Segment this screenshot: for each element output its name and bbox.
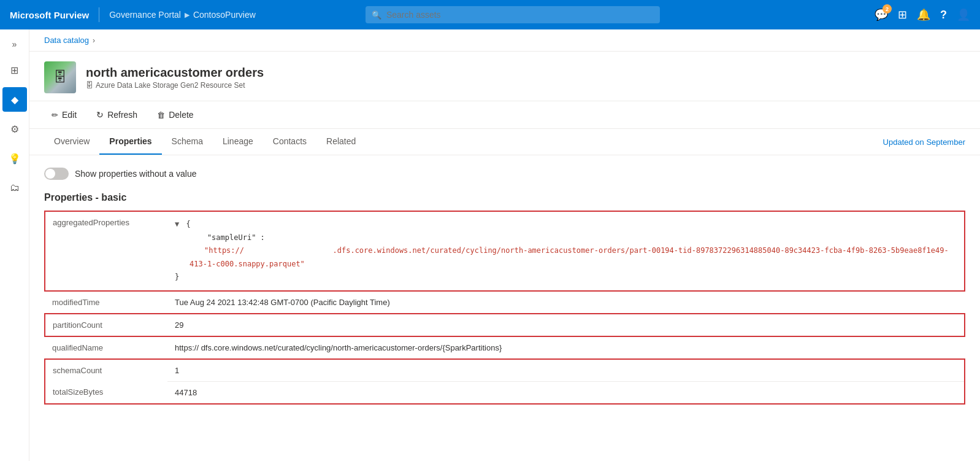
nav-breadcrumb: Governance Portal ▶ ContosoPurview <box>109 10 256 20</box>
tab-lineage[interactable]: Lineage <box>213 129 263 155</box>
toggle-switch[interactable] <box>44 168 69 180</box>
sidebar-toggle[interactable]: » <box>5 34 25 54</box>
refresh-label: Refresh <box>107 110 137 120</box>
tab-updated-text: Updated on September <box>883 130 965 154</box>
prop-value-aggregated: ▼ { "sampleUri" : "https:// .dfs.core.wi… <box>167 211 965 291</box>
user-button[interactable]: 👤 <box>957 8 970 21</box>
asset-title: north americacustomer orders <box>86 66 264 80</box>
delete-icon: 🗑 <box>157 110 165 120</box>
help-button[interactable]: ? <box>940 9 947 21</box>
asset-type-icon: 🗄 <box>86 81 93 90</box>
sidebar-item-management[interactable]: 🗂 <box>2 176 27 200</box>
prop-value-modified: Tue Aug 24 2021 13:42:48 GMT-0700 (Pacif… <box>167 291 965 314</box>
edit-button[interactable]: ✏ Edit <box>44 106 84 123</box>
table-row: schemaCount 1 <box>45 359 965 382</box>
sidebar-item-home[interactable]: ⊞ <box>2 58 27 82</box>
delete-label: Delete <box>169 110 193 120</box>
prop-name-partition: partitionCount <box>45 314 167 336</box>
sidebar-item-settings[interactable]: ⚙ <box>2 117 27 141</box>
toggle-label: Show properties without a value <box>75 169 196 179</box>
search-input[interactable] <box>366 6 660 23</box>
json-key: "sampleUri" : <box>189 233 265 242</box>
table-row: aggregatedProperties ▼ { "sampleUri" : "… <box>45 211 965 291</box>
comment-button[interactable]: 💬 2 <box>875 8 888 21</box>
refresh-button[interactable]: ↻ Refresh <box>89 106 145 123</box>
table-row: qualifiedName https:// dfs.core.windows.… <box>45 336 965 359</box>
nav-divider <box>99 7 99 22</box>
tab-contacts[interactable]: Contacts <box>263 129 316 155</box>
json-close-brace: } <box>175 273 179 281</box>
grid-button[interactable]: ⊞ <box>898 8 907 21</box>
table-row: totalSizeBytes 44718 <box>45 381 965 404</box>
prop-value-qualified: https:// dfs.core.windows.net/curated/cy… <box>167 336 965 359</box>
top-nav-actions: 💬 2 ⊞ 🔔 ? 👤 <box>875 8 970 21</box>
prop-name-modified: modifiedTime <box>45 291 167 314</box>
tab-properties[interactable]: Properties <box>99 129 161 155</box>
sidebar: » ⊞ ◆ ⚙ 💡 🗂 <box>0 29 29 461</box>
json-url[interactable]: "https:// .dfs.core.windows.net/curated/… <box>189 246 949 268</box>
top-navigation: Microsoft Purview Governance Portal ▶ Co… <box>0 0 980 29</box>
tab-schema[interactable]: Schema <box>162 129 213 155</box>
prop-value-partition: 29 <box>167 314 965 336</box>
content-area: Show properties without a value Properti… <box>29 155 980 417</box>
properties-table: aggregatedProperties ▼ { "sampleUri" : "… <box>44 211 965 405</box>
json-block: ▼ { "sampleUri" : "https:// .dfs.core.wi… <box>175 218 957 284</box>
json-open-brace: { <box>186 220 190 228</box>
portal-name: ContosoPurview <box>193 10 256 20</box>
edit-label: Edit <box>62 110 77 120</box>
prop-name-schema: schemaCount <box>45 359 167 382</box>
sidebar-item-catalog[interactable]: ◆ <box>2 87 27 112</box>
section-title: Properties - basic <box>44 192 965 203</box>
table-row: modifiedTime Tue Aug 24 2021 13:42:48 GM… <box>45 291 965 314</box>
layout: » ⊞ ◆ ⚙ 💡 🗂 Data catalog › 🗄 north ameri… <box>0 29 980 461</box>
toggle-row: Show properties without a value <box>44 168 965 180</box>
breadcrumb-separator: › <box>93 36 95 45</box>
main-content: Data catalog › 🗄 north americacustomer o… <box>29 29 980 461</box>
asset-type-label: Azure Data Lake Storage Gen2 Resource Se… <box>96 81 245 90</box>
delete-button[interactable]: 🗑 Delete <box>150 106 201 123</box>
refresh-icon: ↻ <box>96 110 104 120</box>
toolbar: ✏ Edit ↻ Refresh 🗑 Delete <box>29 101 980 129</box>
asset-header: 🗄 north americacustomer orders 🗄 Azure D… <box>29 52 980 101</box>
tabs-bar: Overview Properties Schema Lineage Conta… <box>29 129 980 155</box>
collapse-icon[interactable]: ▼ <box>175 220 179 228</box>
json-indent: "sampleUri" : "https:// .dfs.core.window… <box>189 231 957 271</box>
search-icon: 🔍 <box>372 10 381 20</box>
prop-name-totalsize: totalSizeBytes <box>45 381 167 404</box>
notification-badge: 2 <box>882 4 892 14</box>
search-container: 🔍 <box>366 6 660 23</box>
asset-icon: 🗄 <box>44 61 76 93</box>
edit-icon: ✏ <box>52 110 58 120</box>
bell-button[interactable]: 🔔 <box>917 8 930 21</box>
prop-value-totalsize: 44718 <box>167 381 965 404</box>
tab-related[interactable]: Related <box>316 129 366 155</box>
prop-name-qualified: qualifiedName <box>45 336 167 359</box>
portal-label: Governance Portal <box>109 10 181 20</box>
prop-name-aggregated: aggregatedProperties <box>45 211 167 291</box>
breadcrumb-bar: Data catalog › <box>29 29 980 52</box>
asset-info: north americacustomer orders 🗄 Azure Dat… <box>86 66 264 90</box>
brand-label: Microsoft Purview <box>10 10 89 20</box>
table-row: partitionCount 29 <box>45 314 965 336</box>
prop-value-schema: 1 <box>167 359 965 382</box>
asset-type: 🗄 Azure Data Lake Storage Gen2 Resource … <box>86 81 264 90</box>
breadcrumb-link[interactable]: Data catalog <box>44 36 89 45</box>
breadcrumb-chevron: ▶ <box>185 11 189 19</box>
tab-overview[interactable]: Overview <box>44 129 99 155</box>
sidebar-item-insights[interactable]: 💡 <box>2 146 27 171</box>
